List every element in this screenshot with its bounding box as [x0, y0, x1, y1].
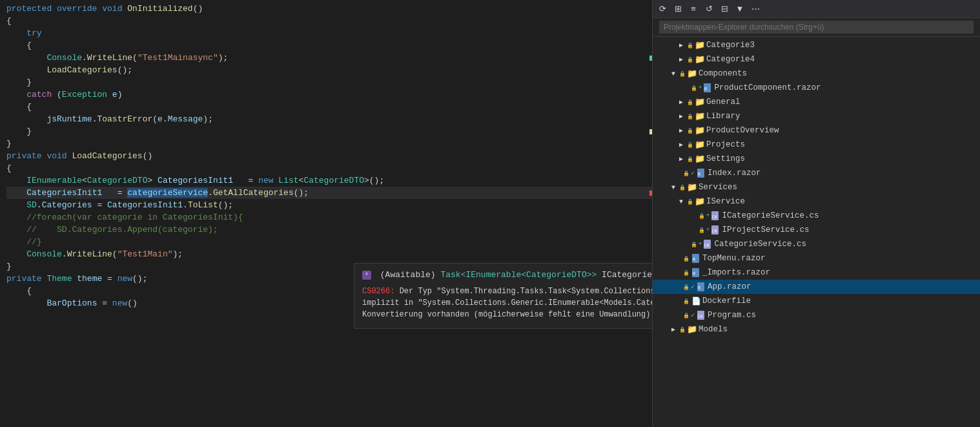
folder-icon: 📁: [695, 196, 705, 207]
tree-item-label: Projects: [706, 140, 745, 149]
tree-item-iservice[interactable]: ▼🔒📁IService: [653, 194, 980, 209]
tree-item-icatservice[interactable]: 🔒+C#ICategorieService.cs: [653, 209, 980, 223]
razor-file-icon: R: [702, 83, 713, 93]
folder-icon: 📁: [687, 68, 697, 79]
toolbar-btn-2[interactable]: ⊞: [671, 2, 685, 16]
tree-item-iprojservice[interactable]: 🔒+C#IProjectService.cs: [653, 223, 980, 237]
tree-item-label: Index.razor: [708, 169, 761, 178]
chevron-icon: [676, 310, 682, 320]
lock-icon: 🔒: [682, 311, 690, 319]
lock-icon: 🔒: [686, 98, 694, 106]
cs-file-icon: C#: [710, 211, 720, 221]
tree-item-label: CategorieService.cs: [714, 240, 806, 249]
tree-item-label: ICategorieService.cs: [722, 211, 819, 220]
error-message: Der Typ "System.Threading.Tasks.Task<Sys…: [362, 287, 652, 319]
chevron-icon: [676, 282, 682, 292]
code-editor[interactable]: protected override void OnInitialized(){…: [0, 0, 652, 427]
tree-item-components[interactable]: ▼🔒📁Components: [653, 67, 980, 81]
solution-tree[interactable]: ▶🔒📁Categorie3▶🔒📁Categorie4▼🔒📁Components🔒…: [653, 37, 980, 427]
tree-item-label: TopMenu.razor: [702, 254, 766, 263]
code-line: {: [6, 162, 652, 174]
tree-item-settings[interactable]: ▶🔒📁Settings: [653, 152, 980, 166]
chevron-icon: [676, 253, 682, 264]
tree-item-productcomp[interactable]: 🔒+RProductComponent.razor: [653, 81, 980, 95]
tree-item-label: IProjectService.cs: [722, 225, 809, 234]
chevron-icon: ▶: [668, 324, 679, 335]
toolbar-btn-4[interactable]: ↺: [702, 2, 716, 16]
lock-icon: 🔒: [690, 240, 698, 248]
tree-item-imports[interactable]: 🔒R_Imports.razor: [653, 266, 980, 280]
tree-item-indexrazor[interactable]: 🔒✓RIndex.razor: [653, 166, 980, 180]
tree-item-cat3[interactable]: ▶🔒📁Categorie3: [653, 38, 980, 52]
tree-item-label: Settings: [706, 154, 745, 163]
toolbar-btn-5[interactable]: ⊟: [717, 2, 731, 16]
folder-icon: 📁: [695, 125, 705, 136]
tree-item-label: Components: [699, 69, 747, 78]
toolbar-btn-3[interactable]: ≡: [686, 2, 700, 16]
plus-icon: +: [706, 213, 709, 219]
solution-search-bar[interactable]: [653, 18, 980, 37]
awaitable-icon: [362, 271, 371, 280]
code-line: SD.Categories = CategoriesInit1.ToList()…: [6, 199, 652, 211]
toolbar-btn-7[interactable]: ⋯: [748, 2, 762, 16]
cs-file-icon: C#: [710, 225, 720, 235]
code-line: private void LoadCategories(): [6, 150, 652, 162]
tree-item-label: Models: [699, 325, 728, 334]
tree-item-label: ProductOverview: [706, 126, 779, 135]
tree-item-dockerfile[interactable]: 🔒📄Dockerfile: [653, 294, 980, 308]
toolbar-btn-6[interactable]: ▼: [733, 2, 747, 16]
lock-icon: 🔒: [698, 226, 706, 234]
lock-icon: 🔒: [686, 141, 694, 149]
razor-file-icon: R: [691, 267, 701, 278]
cs-file-icon: C#: [702, 239, 713, 249]
lock-icon: 🔒: [686, 41, 694, 49]
tree-item-productoverview[interactable]: ▶🔒📁ProductOverview: [653, 123, 980, 138]
tree-item-label: Dockerfile: [702, 297, 751, 306]
chevron-icon: [676, 168, 682, 178]
tree-item-catservice[interactable]: 🔒+C#CategorieService.cs: [653, 237, 980, 251]
lock-icon: 🔒: [679, 326, 686, 333]
code-line: // SD.Categories.Append(categorie);: [6, 224, 652, 236]
chevron-icon: ▶: [676, 125, 686, 136]
tree-item-models[interactable]: ▶🔒📁Models: [653, 322, 980, 337]
code-line: //foreach(var categorie in CategoriesIni…: [6, 211, 652, 224]
code-content: protected override void OnInitialized(){…: [0, 0, 652, 427]
code-line: {: [6, 15, 652, 27]
folder-icon: 📁: [687, 182, 697, 193]
tree-item-label: Program.cs: [708, 311, 756, 320]
code-line: }: [6, 138, 652, 150]
toolbar-btn-1[interactable]: ⟳: [655, 2, 669, 16]
cs-file-icon: C#: [696, 310, 706, 320]
lock-icon: 🔒: [682, 283, 690, 291]
tree-item-label: IService: [706, 197, 745, 206]
lock-icon: 🔒: [686, 56, 694, 63]
tree-item-cat4[interactable]: ▶🔒📁Categorie4: [653, 52, 980, 67]
razor-file-icon: R: [696, 168, 706, 178]
chevron-icon: ▶: [676, 111, 686, 121]
plus-icon: +: [706, 227, 709, 233]
code-line: LoadCategories();: [6, 64, 652, 76]
code-line: Console.WriteLine("Test1Main");: [6, 248, 652, 260]
sig-type: Task<IEnumerable<CategorieDTO>>: [440, 269, 597, 282]
tree-item-services[interactable]: ▼🔒📁Services: [653, 180, 980, 194]
tree-item-library[interactable]: ▶🔒📁Library: [653, 109, 980, 123]
tree-item-label: ProductComponent.razor: [714, 83, 821, 92]
solution-search-input[interactable]: [659, 21, 974, 34]
sig-awaitable: [375, 269, 380, 282]
chevron-icon: [691, 211, 698, 221]
plus-icon: +: [699, 241, 702, 247]
plus-icon: +: [699, 85, 702, 91]
chevron-icon: ▶: [676, 40, 686, 50]
chevron-icon: ▶: [676, 154, 686, 164]
tree-item-projects[interactable]: ▶🔒📁Projects: [653, 138, 980, 152]
intellisense-signature: (Awaitable) Task<IEnumerable<CategorieDT…: [362, 269, 652, 282]
tree-item-program[interactable]: 🔒✓C#Program.cs: [653, 308, 980, 322]
intellisense-popup: (Awaitable) Task<IEnumerable<CategorieDT…: [354, 263, 652, 329]
tree-item-label: Services: [699, 183, 737, 192]
check-icon: ✓: [691, 311, 695, 319]
code-line: IEnumerable<CategorieDTO> CategoriesInit…: [6, 174, 652, 187]
code-line: protected override void OnInitialized(): [6, 3, 652, 15]
tree-item-topmenu[interactable]: 🔒RTopMenu.razor: [653, 251, 980, 266]
tree-item-general[interactable]: ▶🔒📁General: [653, 95, 980, 109]
tree-item-apprazor[interactable]: 🔒✓RApp.razor: [653, 280, 980, 294]
